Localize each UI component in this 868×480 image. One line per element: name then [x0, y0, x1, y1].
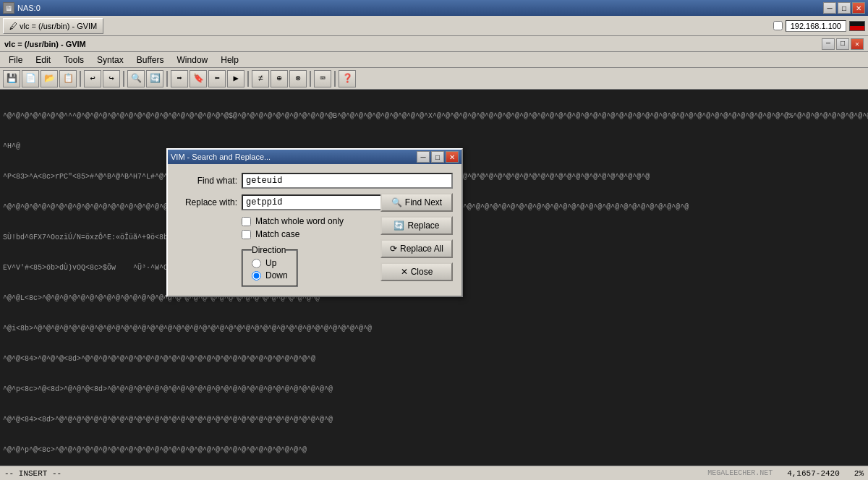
find-next-icon: 🔍 [391, 197, 402, 207]
close-dialog-label: Close [411, 267, 433, 277]
find-what-row: Find what: [176, 173, 453, 189]
dialog-title: VIM - Search and Replace... [171, 153, 271, 161]
up-label: Up [265, 258, 276, 268]
dialog-title-buttons: ─ □ ✕ [417, 151, 459, 163]
replace-button[interactable]: 🔄 Replace [380, 216, 453, 235]
replace-all-label: Replace All [400, 244, 443, 254]
up-radio-row: Up [252, 258, 288, 268]
up-radio[interactable] [252, 259, 261, 268]
dialog-close-btn[interactable]: ✕ [446, 151, 459, 163]
match-case-label: Match case [255, 229, 299, 239]
match-case-checkbox[interactable] [242, 230, 251, 239]
find-what-label: Find what: [176, 176, 242, 186]
search-replace-dialog: VIM - Search and Replace... ─ □ ✕ Find w… [166, 148, 463, 297]
dialog-maximize-btn[interactable]: □ [431, 151, 444, 163]
direction-fieldset: Direction Up Down [242, 245, 298, 287]
close-dialog-icon: ✕ [401, 267, 408, 277]
search-replace-overlay: VIM - Search and Replace... ─ □ ✕ Find w… [0, 0, 868, 480]
direction-container: Direction Up Down [242, 245, 298, 287]
find-what-input[interactable] [242, 173, 453, 189]
close-dialog-button[interactable]: ✕ Close [380, 262, 453, 281]
direction-legend: Direction [252, 245, 286, 255]
find-next-button[interactable]: 🔍 Find Next [380, 193, 453, 212]
down-radio[interactable] [252, 271, 261, 280]
replace-all-button[interactable]: ⟳ Replace All [380, 239, 453, 258]
dialog-title-bar: VIM - Search and Replace... ─ □ ✕ [168, 150, 461, 164]
replace-with-label: Replace with: [176, 197, 242, 207]
dialog-minimize-btn[interactable]: ─ [417, 151, 430, 163]
replace-label: Replace [407, 220, 439, 231]
dialog-content: Find what: Replace with: Match whole wor… [168, 164, 461, 296]
dialog-buttons: 🔍 Find Next 🔄 Replace ⟳ Replace All ✕ Cl… [380, 193, 453, 281]
down-radio-row: Down [252, 270, 288, 280]
replace-icon: 🔄 [393, 220, 404, 231]
replace-all-icon: ⟳ [390, 244, 397, 254]
match-whole-word-label: Match whole word only [255, 216, 344, 226]
match-whole-word-checkbox[interactable] [242, 217, 251, 226]
down-label: Down [265, 270, 288, 280]
find-next-label: Find Next [405, 197, 442, 207]
